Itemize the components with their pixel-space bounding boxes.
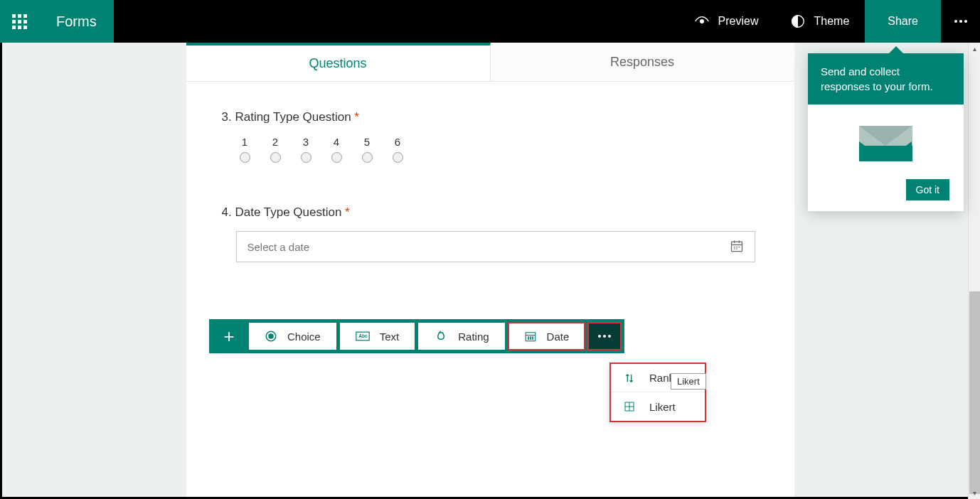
tabs: Questions Responses [186, 43, 794, 82]
rating-option-2[interactable]: 2 [270, 136, 281, 163]
date-placeholder: Select a date [247, 241, 310, 253]
date-type-button[interactable]: Date [508, 323, 585, 350]
radio-icon [362, 152, 373, 163]
choice-type-button[interactable]: Choice [249, 323, 336, 350]
question-type-dropdown: Ranking Likert [609, 363, 706, 422]
share-button[interactable]: Share [865, 0, 941, 43]
more-header-button[interactable] [941, 0, 980, 43]
rating-icon [434, 329, 448, 343]
likert-icon [624, 401, 635, 412]
required-asterisk: * [345, 205, 350, 219]
likert-option[interactable]: Likert [611, 392, 705, 421]
text-label: Text [380, 331, 400, 343]
svg-point-18 [530, 337, 531, 338]
callout-beak [888, 46, 904, 54]
question-3-title: 3. Rating Type Question * [222, 110, 759, 124]
callout-body: Got it [808, 104, 964, 211]
svg-point-21 [530, 338, 531, 339]
callout-message: Send and collect responses to your form. [808, 53, 964, 104]
radio-icon [270, 152, 281, 163]
scrollbar[interactable]: ▴ ▾ [968, 43, 980, 499]
question-4-text: Date Type Question [235, 205, 341, 219]
choice-icon [265, 330, 277, 343]
question-3-number: 3. [222, 110, 232, 124]
svg-point-12 [269, 334, 273, 338]
radio-icon [301, 152, 311, 163]
svg-text:Abc: Abc [358, 334, 368, 339]
app-launcher-button[interactable] [0, 0, 39, 43]
got-it-button[interactable]: Got it [906, 179, 949, 200]
scroll-down-icon[interactable]: ▾ [969, 487, 980, 499]
app-name[interactable]: Forms [39, 0, 114, 43]
rating-option-4[interactable]: 4 [331, 136, 342, 163]
text-type-button[interactable]: Abc Text [340, 323, 415, 350]
plus-icon: + [223, 326, 234, 348]
date-label: Date [547, 331, 570, 343]
share-callout: Send and collect responses to your form.… [808, 53, 964, 211]
radio-icon [331, 152, 342, 163]
svg-point-17 [528, 337, 528, 338]
required-asterisk: * [354, 110, 359, 124]
rating-option-1[interactable]: 1 [240, 136, 250, 163]
preview-label: Preview [718, 15, 759, 28]
preview-icon [694, 14, 710, 29]
ellipsis-icon [954, 20, 967, 23]
question-4: 4. Date Type Question * Select a date [222, 205, 759, 262]
question-4-title: 4. Date Type Question * [222, 205, 759, 220]
choice-label: Choice [287, 331, 321, 343]
question-3: 3. Rating Type Question * 1 2 3 4 5 6 [222, 110, 759, 163]
envelope-icon [859, 126, 912, 161]
tab-responses[interactable]: Responses [491, 43, 794, 81]
calendar-icon [730, 239, 744, 255]
date-icon [524, 330, 537, 343]
ellipsis-icon [598, 335, 611, 338]
svg-rect-2 [731, 242, 742, 251]
add-question-toolbar: + Choice Abc Text Rating Date [209, 319, 624, 353]
question-3-text: Rating Type Question [235, 110, 351, 124]
preview-button[interactable]: Preview [678, 0, 774, 43]
more-types-button[interactable] [588, 323, 621, 350]
theme-button[interactable]: Theme [774, 0, 866, 43]
rating-option-3[interactable]: 3 [301, 136, 311, 163]
likert-label: Likert [649, 401, 676, 413]
radio-icon [240, 152, 250, 163]
scroll-up-icon[interactable]: ▴ [969, 43, 980, 55]
ranking-icon [624, 372, 635, 384]
theme-label: Theme [814, 15, 850, 28]
waffle-icon [12, 14, 27, 29]
tooltip: Likert [671, 373, 706, 390]
form-card: Questions Responses 3. Rating Type Quest… [186, 43, 794, 497]
scroll-thumb[interactable] [969, 291, 980, 494]
radio-icon [393, 152, 403, 163]
form-body: 3. Rating Type Question * 1 2 3 4 5 6 4.… [186, 82, 794, 333]
svg-point-0 [700, 20, 703, 23]
text-icon: Abc [356, 331, 370, 341]
share-label: Share [888, 15, 918, 28]
rating-label: Rating [458, 331, 489, 343]
theme-icon [790, 14, 806, 29]
svg-point-19 [532, 337, 533, 338]
tab-questions[interactable]: Questions [186, 43, 491, 81]
add-button[interactable]: + [213, 323, 245, 350]
svg-point-22 [532, 338, 533, 339]
rating-option-5[interactable]: 5 [362, 136, 373, 163]
rating-type-button[interactable]: Rating [418, 323, 504, 350]
rating-option-6[interactable]: 6 [393, 136, 403, 163]
rating-scale: 1 2 3 4 5 6 [240, 136, 759, 163]
app-header: Forms Preview Theme Share [0, 0, 980, 43]
question-4-number: 4. [222, 205, 232, 219]
date-input[interactable]: Select a date [236, 231, 755, 262]
svg-point-20 [528, 338, 528, 339]
